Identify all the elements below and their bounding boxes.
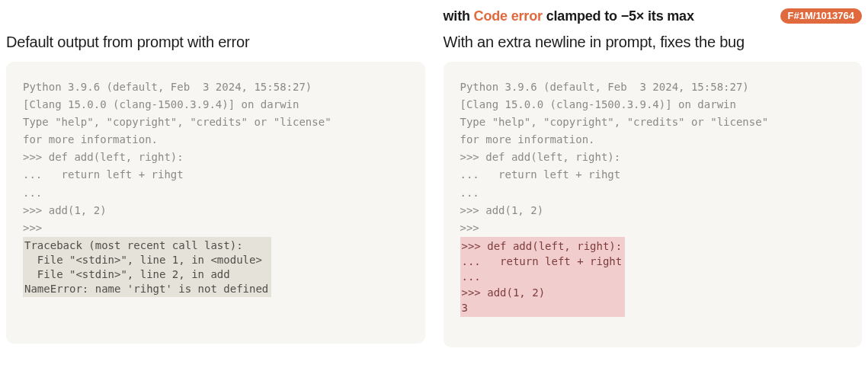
right-code-block: Python 3.9.6 (default, Feb 3 2024, 15:58… (460, 78, 846, 317)
clamp-feature: Code error (474, 8, 543, 24)
code-line: ... (460, 187, 479, 199)
clamp-suffix: clamped to −5× its max (543, 8, 694, 24)
code-line: ... return left + rihgt (460, 168, 621, 181)
left-toprow-spacer (6, 6, 425, 27)
code-line: >>> (460, 222, 479, 234)
code-line: >>> add(1, 2) (23, 204, 107, 216)
clamp-label: with Code error clamped to −5× its max (444, 8, 694, 24)
right-column: with Code error clamped to −5× its max F… (444, 6, 863, 347)
code-line: ... return left + rihgt (23, 168, 184, 181)
right-toprow: with Code error clamped to −5× its max F… (444, 6, 863, 27)
code-line: Python 3.9.6 (default, Feb 3 2024, 15:58… (23, 81, 312, 93)
code-line: >>> add(1, 2) (460, 204, 544, 216)
left-code-panel: Python 3.9.6 (default, Feb 3 2024, 15:58… (6, 62, 425, 344)
code-line: Type "help", "copyright", "credits" or "… (23, 116, 332, 146)
clamp-prefix: with (444, 8, 474, 24)
code-line: ... (23, 187, 42, 199)
code-line: Type "help", "copyright", "credits" or "… (460, 116, 769, 146)
feature-badge: F#1M/1013764 (780, 8, 862, 24)
left-column: Default output from prompt with error Py… (6, 6, 425, 347)
code-line: [Clang 15.0.0 (clang-1500.3.9.4)] on dar… (460, 98, 736, 110)
right-code-panel: Python 3.9.6 (default, Feb 3 2024, 15:58… (444, 62, 863, 347)
left-subtitle: Default output from prompt with error (6, 27, 425, 62)
code-line: >>> (23, 222, 42, 234)
code-line: >>> def add(left, right): (23, 151, 184, 163)
code-line: Python 3.9.6 (default, Feb 3 2024, 15:58… (460, 81, 749, 93)
right-subtitle: With an extra newline in prompt, fixes t… (444, 27, 863, 62)
left-code-block: Python 3.9.6 (default, Feb 3 2024, 15:58… (23, 78, 408, 297)
traceback-highlight: Traceback (most recent call last): File … (23, 237, 271, 298)
code-line: [Clang 15.0.0 (clang-1500.3.9.4)] on dar… (23, 98, 299, 110)
code-line: >>> def add(left, right): (460, 151, 621, 163)
fix-highlight: >>> def add(left, right): ... return lef… (460, 237, 626, 317)
